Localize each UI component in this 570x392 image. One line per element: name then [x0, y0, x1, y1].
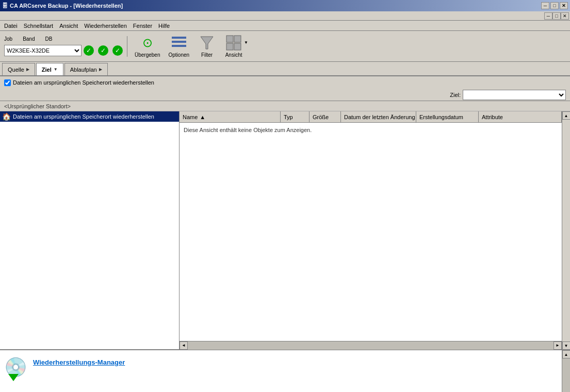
- title-bar: 🗄 CA ARCserve Backup - [Wiederherstellen…: [0, 0, 570, 11]
- column-headers: Name ▲ Typ Größe Datum der letzten Änder…: [180, 111, 562, 123]
- target-row: Ziel:: [0, 89, 570, 101]
- job-status-icon: ✓: [84, 45, 94, 56]
- tab-ziel[interactable]: Ziel ▼: [36, 63, 63, 75]
- path-bar: <Ursprünglicher Standort>: [0, 101, 570, 111]
- svg-rect-6: [226, 43, 233, 50]
- server-dropdown[interactable]: W2K3EE-X32DE: [4, 45, 82, 56]
- checkbox-row: Dateien am ursprünglichen Speicherort wi…: [0, 76, 570, 89]
- ansicht-button[interactable]: Ansicht: [221, 34, 246, 59]
- close-button[interactable]: ✕: [560, 2, 568, 9]
- recovery-arrow-icon: [8, 374, 19, 381]
- menu-ansicht[interactable]: Ansicht: [56, 22, 81, 30]
- db-status-icon: ✓: [112, 45, 123, 56]
- hscroll-left-btn[interactable]: ◄: [180, 341, 188, 350]
- inner-maximize-button[interactable]: □: [552, 12, 561, 20]
- db-label: DB: [45, 36, 52, 42]
- tab-ziel-arrow[interactable]: ▼: [54, 67, 58, 72]
- job-label: Job: [4, 36, 12, 42]
- app-logo-icon: 🗄: [2, 3, 8, 9]
- tab-ablaufplan-label: Ablaufplan: [70, 67, 97, 73]
- recovery-manager-title[interactable]: Wiederherstellungs-Manager: [33, 358, 125, 366]
- recovery-panel: 💿 Wiederherstellungs-Manager ▲ ▼: [0, 350, 570, 392]
- ansicht-icon: [225, 35, 242, 51]
- filter-icon: [199, 35, 215, 51]
- ziel-label: Ziel:: [450, 92, 461, 98]
- recovery-vscroll-up[interactable]: ▲: [562, 350, 571, 358]
- svg-marker-3: [201, 37, 213, 49]
- tab-ablaufplan-arrow[interactable]: ▶: [99, 67, 102, 72]
- optionen-icon: [171, 35, 187, 51]
- col-name[interactable]: Name ▲: [180, 111, 281, 122]
- recovery-manager-icon: 💿: [4, 356, 29, 381]
- menu-wiederherstellen[interactable]: Wiederherstellen: [81, 22, 130, 30]
- target-path: [4, 90, 450, 100]
- filter-label: Filter: [201, 52, 213, 58]
- tree-item-label: Dateien am ursprünglichen Speicherort wi…: [13, 113, 154, 120]
- right-panel-vscroll[interactable]: ▲ ▼: [562, 111, 570, 350]
- maximize-button[interactable]: □: [550, 2, 559, 9]
- toolbar: Job Band DB W2K3EE-X32DE ✓ ✓ ✓ ⊙ Übergeb…: [0, 31, 570, 62]
- restore-original-checkbox[interactable]: [4, 79, 11, 86]
- ansicht-dropdown-arrow[interactable]: ▼: [244, 40, 248, 45]
- vscroll-down-btn[interactable]: ▼: [562, 341, 571, 350]
- uebergeben-label: Übergeben: [135, 52, 160, 58]
- tab-quelle[interactable]: Quelle ▶: [2, 63, 35, 75]
- menu-bar: Datei Schnellstart Ansicht Wiederherstel…: [0, 21, 570, 31]
- svg-rect-7: [234, 43, 241, 50]
- optionen-label: Optionen: [168, 52, 189, 58]
- ansicht-label: Ansicht: [225, 52, 242, 58]
- recovery-panel-vscroll[interactable]: ▲ ▼: [562, 350, 570, 392]
- tree-item-restore[interactable]: 🏠 Dateien am ursprünglichen Speicherort …: [0, 111, 179, 122]
- tab-quelle-label: Quelle: [8, 67, 24, 73]
- vscroll-track: [562, 120, 571, 341]
- hscroll-right-btn[interactable]: ►: [553, 341, 562, 350]
- col-groesse[interactable]: Größe: [310, 111, 341, 122]
- tab-ziel-label: Ziel: [42, 67, 52, 73]
- recovery-content: 💿 Wiederherstellungs-Manager: [0, 350, 562, 392]
- recovery-vscroll-track: [562, 358, 571, 392]
- tab-quelle-arrow[interactable]: ▶: [26, 67, 29, 72]
- right-panel: Name ▲ Typ Größe Datum der letzten Änder…: [180, 111, 562, 350]
- path-text: <Ursprünglicher Standort>: [4, 103, 71, 109]
- band-status-icon: ✓: [98, 45, 108, 56]
- minimize-button[interactable]: ─: [541, 2, 549, 9]
- inner-minimize-button[interactable]: ─: [544, 12, 552, 20]
- menu-fenster[interactable]: Fenster: [130, 22, 155, 30]
- col-typ[interactable]: Typ: [281, 111, 310, 122]
- band-label: Band: [23, 36, 35, 42]
- sort-indicator: ▲: [200, 114, 205, 120]
- horizontal-scrollbar[interactable]: ◄ ►: [180, 341, 562, 349]
- menu-schnellstart[interactable]: Schnellstart: [21, 22, 56, 30]
- svg-rect-0: [172, 37, 186, 39]
- col-datum-aenderung[interactable]: Datum der letzten Änderung: [341, 111, 416, 122]
- left-panel: 🏠 Dateien am ursprünglichen Speicherort …: [0, 111, 180, 350]
- menu-hilfe[interactable]: Hilfe: [155, 22, 173, 30]
- uebergeben-icon: ⊙: [139, 35, 156, 51]
- tab-bar: Quelle ▶ Ziel ▼ Ablaufplan ▶: [0, 62, 570, 76]
- empty-message: Diese Ansicht enthält keine Objekte zum …: [184, 127, 312, 133]
- hscroll-track[interactable]: [188, 341, 553, 350]
- inner-close-button[interactable]: ✕: [561, 12, 569, 20]
- restore-original-label: Dateien am ursprünglichen Speicherort wi…: [13, 79, 154, 86]
- optionen-button[interactable]: Optionen: [165, 34, 192, 59]
- svg-rect-4: [226, 36, 233, 42]
- title-bar-text: CA ARCserve Backup - [Wiederherstellen]: [10, 3, 123, 9]
- ziel-select[interactable]: [463, 90, 566, 100]
- vscroll-up-btn[interactable]: ▲: [562, 111, 571, 120]
- content-list: Diese Ansicht enthält keine Objekte zum …: [180, 123, 562, 341]
- col-attribute[interactable]: Attribute: [479, 111, 562, 122]
- col-name-label: Name: [183, 114, 198, 120]
- col-erstellungsdatum[interactable]: Erstellungsdatum: [416, 111, 479, 122]
- svg-rect-5: [234, 36, 241, 42]
- menu-datei[interactable]: Datei: [1, 22, 21, 30]
- filter-button[interactable]: Filter: [194, 34, 219, 59]
- svg-rect-2: [172, 45, 186, 47]
- tree-item-icon: 🏠: [2, 112, 11, 121]
- tab-ablaufplan[interactable]: Ablaufplan ▶: [64, 63, 108, 75]
- uebergeben-button[interactable]: ⊙ Übergeben: [132, 34, 163, 59]
- svg-rect-1: [172, 41, 186, 43]
- toolbar-separator-1: [127, 36, 127, 57]
- main-split: 🏠 Dateien am ursprünglichen Speicherort …: [0, 111, 570, 350]
